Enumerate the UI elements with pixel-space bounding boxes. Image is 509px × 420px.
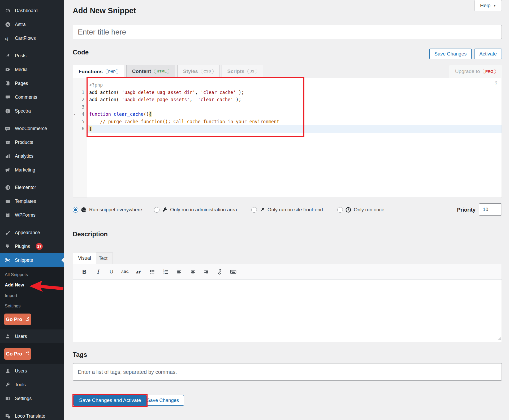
tab-scripts[interactable]: Scripts JS [222,65,263,78]
scope-option-frontend[interactable]: Only run on site front-end [251,204,323,216]
folder-icon [4,199,11,204]
align-left-button[interactable] [174,267,184,277]
scope-option-once[interactable]: Only run once [337,204,384,216]
line-number: 6 [73,125,87,133]
sliders-icon [4,396,11,401]
scope-option-everywhere[interactable]: Run snippet everywhere [73,204,142,216]
sidebar-separator [0,177,64,181]
tab-styles[interactable]: Styles CSS [177,65,219,78]
sidebar-item-plugins[interactable]: Plugins 17 [0,239,64,253]
sidebar-item-templates[interactable]: Templates [0,194,64,208]
radio-unselected[interactable] [337,207,343,213]
translate-icon: A [4,413,11,419]
sidebar-item-astra[interactable]: Astra [0,18,64,31]
pages-icon [4,81,11,86]
sidebar-item-pages[interactable]: Pages [0,76,64,90]
scope-option-admin[interactable]: Only run in administration area [154,204,237,216]
priority-input[interactable] [479,203,502,216]
sidebar-item-dashboard[interactable]: Dashboard [0,4,64,18]
fold-arrow-icon[interactable]: ▾ [74,111,76,118]
sidebar-item-posts[interactable]: Posts [0,49,64,63]
numbered-list-button[interactable]: 123 [161,267,171,277]
sidebar-separator [0,45,64,49]
pushpin-icon [4,53,11,58]
editor-code-area[interactable]: <?php add_action( 'uagb_delete_uag_asset… [87,78,502,198]
sidebar-item-marketing[interactable]: Marketing [0,163,64,177]
sidebar-item-woocommerce[interactable]: Woo WooCommerce [0,122,64,135]
radio-unselected[interactable] [251,207,257,213]
sidebar-item-products[interactable]: Products [0,135,64,149]
sidebar-item-wpforms[interactable]: WPForms [0,208,64,222]
html-badge: HTML [154,69,169,74]
bold-button[interactable]: B [79,267,89,277]
go-pro-label: Go Pro [6,316,22,322]
save-changes-button-top[interactable]: Save Changes [429,49,472,59]
sidebar-item-comments[interactable]: Comments [0,90,64,104]
brush-icon [4,230,11,235]
sidebar-separator [0,405,64,409]
tab-visual[interactable]: Visual [73,252,96,264]
sidebar-item-label: Media [15,67,28,72]
scope-option-label: Only run once [354,207,384,213]
align-right-button[interactable] [201,267,211,277]
activate-button[interactable]: Activate [474,49,502,59]
help-label: Help [480,3,490,8]
sidebar-item-analytics[interactable]: Analytics [0,149,64,163]
tab-label: Styles [183,68,198,74]
sidebar-item-spectra[interactable]: Spectra [0,104,64,118]
megaphone-icon [4,167,11,173]
keyboard-icon[interactable] [228,267,238,277]
description-heading: Description [73,230,108,238]
tags-input[interactable] [73,363,502,381]
camera-icon [4,67,11,72]
priority-label: Priority [449,204,476,216]
description-textarea[interactable] [73,280,502,336]
sidebar-item-users-pro[interactable]: Users [0,329,64,343]
sidebar-item-label: WPForms [15,212,36,218]
save-changes-activate-button[interactable]: Save Changes and Activate [74,395,146,406]
italic-button[interactable]: I [93,267,103,277]
underline-button[interactable]: U [106,267,117,277]
tab-text[interactable]: Text [93,252,113,264]
link-icon[interactable] [215,267,225,277]
editor-help-icon[interactable]: ? [495,81,497,86]
radio-selected[interactable] [73,207,78,213]
bulleted-list-button[interactable] [147,267,157,277]
submenu-import[interactable]: Import [0,290,64,301]
help-button[interactable]: Help ▼ [475,0,502,11]
sidebar-item-settings[interactable]: Settings [0,392,64,405]
upgrade-to-pro-button[interactable]: Upgrade to PRO [449,65,502,78]
sidebar-item-media[interactable]: Media [0,63,64,76]
code-editor[interactable]: 1 2 3 ▾4 5 6 <?php add_action( 'uagb_del… [73,78,502,198]
save-changes-button-bottom[interactable]: Save Changes [142,395,184,406]
code-line-php-open: <?php [87,82,502,89]
sidebar-item-snippets[interactable]: Snippets [0,253,64,267]
spectra-icon [4,108,11,114]
submenu-add-new[interactable]: Add New [0,280,64,290]
tab-content[interactable]: Content HTML [126,65,175,78]
external-link-icon [25,351,29,357]
tab-functions[interactable]: Functions PHP [73,65,124,78]
code-line-2: add_action( 'uagb_delete_page_assets', '… [87,96,502,104]
radio-unselected[interactable] [154,207,159,213]
submenu-settings[interactable]: Settings [0,301,64,311]
snippet-title-input[interactable] [73,25,502,39]
sidebar-item-tools[interactable]: Tools [0,378,64,392]
submenu-all-snippets[interactable]: All Snippets [0,269,64,280]
user-icon [4,368,11,374]
strikethrough-button[interactable]: ABC [120,267,130,277]
sidebar-item-label: Snippets [15,258,33,263]
sidebar-item-loco-translate[interactable]: A Loco Translate [0,409,64,420]
sidebar-item-users[interactable]: Users [0,364,64,378]
sidebar-item-label: Pages [15,81,28,86]
code-line-3 [87,104,502,111]
bar-chart-icon [4,153,11,159]
resize-handle[interactable] [497,336,501,341]
blockquote-button[interactable]: “ [133,264,144,280]
align-center-button[interactable] [188,267,198,277]
go-pro-button-2[interactable]: Go Pro [4,348,31,360]
sidebar-item-appearance[interactable]: Appearance [0,226,64,239]
sidebar-item-elementor[interactable]: Elementor [0,181,64,194]
sidebar-item-cartflows[interactable]: cf CartFlows [0,31,64,45]
go-pro-button[interactable]: Go Pro [4,314,31,325]
